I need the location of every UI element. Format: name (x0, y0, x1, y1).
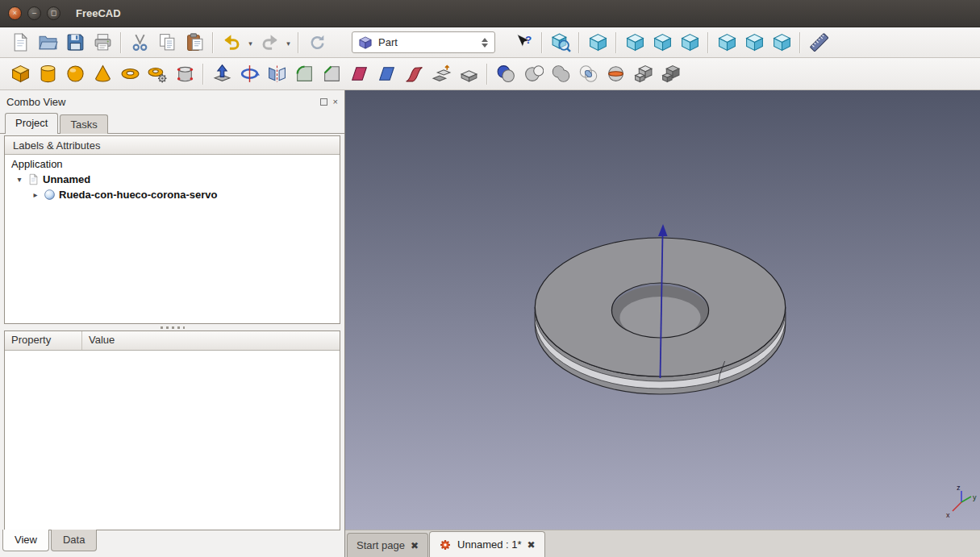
view-bottom-button[interactable] (740, 30, 768, 56)
window-minimize-icon: – (32, 10, 36, 17)
whats-this-button[interactable] (510, 30, 537, 56)
redo-dropdown-arrow[interactable]: ▾ (283, 38, 294, 48)
cylinder-button[interactable] (34, 61, 61, 87)
torus-button[interactable] (116, 61, 144, 87)
boolean-cut-button[interactable] (519, 61, 547, 87)
undo-button[interactable] (218, 30, 245, 56)
redo-button[interactable] (256, 30, 283, 56)
property-list[interactable] (5, 351, 340, 530)
measure-distance-button[interactable] (805, 30, 832, 56)
view-front-button[interactable] (621, 30, 648, 56)
shape-builder-icon (175, 64, 195, 84)
view-rear-button[interactable] (713, 30, 740, 56)
sweep-button[interactable] (400, 61, 427, 87)
refresh-button[interactable] (303, 30, 331, 56)
create-primitives-button[interactable] (144, 61, 171, 87)
window-minimize-button[interactable]: – (27, 6, 41, 20)
tab-tasks[interactable]: Tasks (60, 114, 107, 134)
cut-icon (130, 32, 150, 52)
value-column-header[interactable]: Value (82, 331, 121, 350)
cone-icon (93, 64, 113, 84)
tree-column-header[interactable]: Labels & Attributes (5, 136, 340, 155)
join-embed-button[interactable] (657, 61, 684, 87)
tab-data[interactable]: Data (51, 530, 97, 551)
join-connect-button[interactable] (629, 61, 657, 87)
fit-all-button[interactable] (547, 30, 574, 56)
freecad-window: × – ◻ FreeCAD ▾▾ Part Combo View × (0, 0, 980, 557)
copy-icon (157, 32, 177, 52)
property-view-tabbar: View Data (0, 530, 344, 557)
undo-dropdown-arrow[interactable]: ▾ (245, 38, 256, 48)
window-maximize-button[interactable]: ◻ (47, 6, 60, 20)
tab-view[interactable]: View (2, 530, 49, 551)
mirror-button[interactable] (263, 61, 290, 87)
cut-button[interactable] (126, 30, 153, 56)
fillet-button[interactable] (290, 61, 318, 87)
boolean-intersection-button[interactable] (574, 61, 602, 87)
view-left-icon (772, 32, 792, 52)
tree-root-application[interactable]: Application (5, 156, 340, 172)
save-document-button[interactable] (61, 30, 89, 56)
offset-button[interactable] (427, 61, 455, 87)
tab-unnamed-document[interactable]: Unnamed : 1* ✖ (429, 531, 545, 557)
box-button[interactable] (6, 61, 34, 87)
property-column-header[interactable]: Property (5, 331, 82, 350)
paste-button[interactable] (181, 30, 208, 56)
view-top-button[interactable] (648, 30, 676, 56)
workbench-selector[interactable]: Part (352, 31, 495, 53)
tree-item-label: Rueda-con-hueco-corona-servo (59, 189, 217, 201)
tab-project[interactable]: Project (5, 113, 58, 134)
tree-item-unnamed[interactable]: ▾ Unnamed (5, 172, 340, 187)
thickness-button[interactable] (455, 61, 482, 87)
boolean-union-button[interactable] (547, 61, 574, 87)
view-axonometric-button[interactable] (584, 30, 611, 56)
standard-toolbar: ▾▾ Part (0, 27, 980, 58)
float-panel-icon[interactable] (320, 98, 327, 106)
make-face-button[interactable] (345, 61, 373, 87)
workbench-selector-spinner[interactable] (482, 38, 489, 48)
print-button[interactable] (89, 30, 116, 56)
extrude-button[interactable] (208, 61, 236, 87)
new-document-button[interactable] (6, 30, 34, 56)
expander-open-icon[interactable]: ▾ (15, 175, 24, 184)
panel-splitter[interactable] (0, 324, 344, 330)
open-document-button[interactable] (34, 30, 61, 56)
boolean-button[interactable] (492, 61, 519, 87)
splitter-grip-icon (161, 326, 185, 329)
cross-section-button[interactable] (602, 61, 629, 87)
close-panel-icon[interactable]: × (333, 98, 338, 106)
close-start-page-icon[interactable]: ✖ (411, 540, 419, 551)
titlebar: × – ◻ FreeCAD (0, 0, 980, 27)
3d-view[interactable]: z y x (345, 90, 980, 530)
revolve-button[interactable] (236, 61, 263, 87)
freecad-logo-icon (439, 538, 452, 551)
tree-item-rueda[interactable]: ▸ Rueda-con-hueco-corona-servo (5, 187, 340, 202)
cross-section-icon (606, 64, 626, 84)
view-left-button[interactable] (768, 30, 795, 56)
cone-button[interactable] (89, 61, 116, 87)
copy-button[interactable] (153, 30, 181, 56)
combo-view-titlebar: Combo View × (0, 90, 344, 111)
view-right-button[interactable] (676, 30, 703, 56)
part-toolbar (0, 58, 980, 90)
window-close-button[interactable]: × (8, 6, 22, 20)
document-tabbar: Start page ✖ Unnamed : 1* ✖ (345, 530, 980, 557)
toolbar-separator (615, 32, 617, 53)
tree-body[interactable]: Application ▾ Unnamed ▸ Rueda-con-hueco-… (5, 155, 340, 323)
window-close-icon: × (13, 10, 17, 17)
3d-scene[interactable]: z y x (345, 90, 980, 530)
fit-all-icon (551, 32, 571, 52)
part-workbench-icon (358, 35, 373, 50)
ruled-surface-button[interactable] (373, 61, 400, 87)
tab-start-page[interactable]: Start page ✖ (347, 533, 428, 557)
view-axonometric-icon (588, 32, 608, 52)
chamfer-button[interactable] (318, 61, 345, 87)
close-unnamed-icon[interactable]: ✖ (528, 539, 536, 551)
tab-start-page-label: Start page (357, 539, 405, 551)
shape-builder-button[interactable] (171, 61, 198, 87)
sphere-button[interactable] (61, 61, 89, 87)
toolbar-separator (120, 32, 122, 53)
expander-closed-icon[interactable]: ▸ (31, 190, 40, 199)
redo-icon (260, 32, 280, 52)
combo-view-title: Combo View (6, 96, 65, 108)
